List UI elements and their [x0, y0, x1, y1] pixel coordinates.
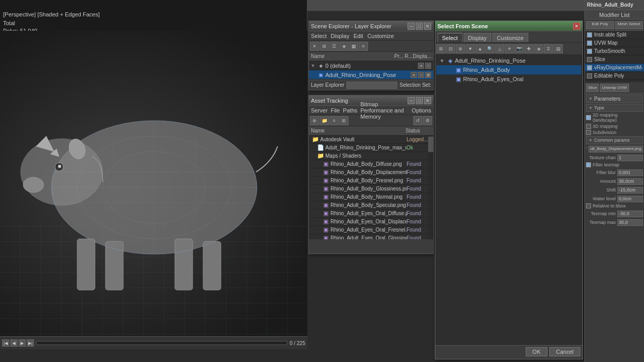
list-item[interactable]: ▣Rhino_Adult_Body_Diffuse.pngFound [309, 160, 433, 168]
list-item[interactable]: Editable Poly [585, 72, 644, 80]
at-menu-paths[interactable]: Paths [343, 107, 357, 113]
se-tool-5[interactable]: ▦ [349, 42, 358, 51]
filter-texmap-cb[interactable] [586, 162, 591, 167]
rp-mesh-select-btn[interactable]: Mesh Select [615, 21, 643, 29]
list-item[interactable]: 📁Autodesk VaultLogged... [309, 136, 433, 144]
list-item[interactable]: vRayDisplacementMod [585, 64, 644, 72]
se-maximize-btn[interactable]: □ [416, 23, 423, 30]
at-menu-options[interactable]: Options [412, 107, 431, 113]
render-icon[interactable]: ▩ [425, 72, 431, 78]
list-item[interactable]: ▣Rhino_Adult_Eyes_Oral_Displacement.pngF… [309, 218, 433, 226]
sfs-ok-btn[interactable]: OK [526, 347, 547, 356]
se-menu-customize[interactable]: Customize [367, 33, 394, 39]
timeline-start-btn[interactable]: |◀ [2, 339, 9, 347]
modifier-checkbox[interactable] [587, 49, 592, 54]
at-maximize-btn[interactable]: □ [416, 97, 423, 104]
rp-unwrap-btn[interactable]: Unwrap UVW [600, 84, 629, 92]
list-item[interactable]: Slice [585, 55, 644, 64]
rp-params-title[interactable]: ▼ Parameters [586, 94, 643, 103]
list-item[interactable]: 📄Adult_Rhino_Drinking_Pose_max_vray.maxO… [309, 144, 433, 152]
texmap-max-value[interactable]: 30,0 [617, 219, 643, 226]
modifier-checkbox[interactable] [587, 41, 592, 46]
se-minimize-btn[interactable]: – [408, 23, 415, 30]
common-params-section[interactable]: ▼ Common params [586, 136, 643, 144]
water-level-value[interactable]: 0,0cm [617, 196, 643, 202]
list-item[interactable]: ▣Rhino_Adult_Body_Fresnel.pngFound [309, 177, 433, 185]
se-menu-select[interactable]: Select [311, 33, 327, 39]
modifier-checkbox[interactable] [587, 32, 592, 37]
texture-chan-value[interactable]: 1 [617, 155, 643, 161]
list-item[interactable]: ▣Rhino_Adult_Body_Specular.pngFound [309, 201, 433, 209]
at-minimize-btn[interactable]: – [408, 97, 415, 104]
type-section[interactable]: ▼ Type [586, 104, 643, 112]
list-item[interactable]: ▣Rhino_Adult_Body [436, 65, 581, 74]
at-tool-grid[interactable]: ⊞ [339, 116, 348, 125]
at-tool-add[interactable]: ⊕ [310, 116, 319, 125]
list-item[interactable]: ▣Rhino_Adult_Eyes_Oral [436, 74, 581, 84]
timeline-play-btn[interactable]: ▶ [19, 339, 26, 347]
list-item[interactable]: ▣Rhino_Adult_Eyes_Oral_Diffuse.pngFound [309, 209, 433, 218]
at-menu-file[interactable]: File [330, 107, 340, 113]
list-item[interactable]: ▣Rhino_Adult_Body_Displacement.pngFound [309, 168, 433, 177]
list-item[interactable]: ▼◈Adult_Rhino_Drinking_Pose [436, 56, 581, 65]
at-tool-folder[interactable]: 📁 [320, 116, 329, 125]
timeline-track[interactable] [36, 341, 287, 345]
list-item[interactable]: ▣Rhino_Adult_Body_Normal.pngFound [309, 193, 433, 201]
at-tool-refresh[interactable]: ↺ [413, 116, 422, 125]
list-item[interactable]: ▣Rhino_Adult_Eyes_Oral_Glossiness.pngFou… [309, 234, 433, 239]
sfs-tool-geo[interactable]: △ [495, 44, 504, 53]
timeline-next-btn[interactable]: ▶| [27, 339, 34, 347]
at-close-btn[interactable]: ✕ [424, 97, 431, 104]
modifier-checkbox[interactable] [587, 57, 592, 62]
sfs-tool-light[interactable]: ☀ [505, 44, 514, 53]
se-tool-3[interactable]: ☰ [329, 42, 339, 51]
sfs-tool-space[interactable]: ◈ [534, 44, 543, 53]
se-tool-1[interactable]: ✕ [310, 42, 319, 51]
texmap-value[interactable]: ult_Body_Displacement.png [588, 146, 643, 153]
tab-customize[interactable]: Customize [492, 33, 528, 42]
se-footer-combo[interactable] [346, 82, 397, 89]
filter-blur-value[interactable]: 0,001 [617, 169, 643, 176]
sfs-tool-helper[interactable]: ✚ [524, 44, 533, 53]
shift-value[interactable]: -15,0cm [617, 187, 643, 194]
sfs-tool-cam[interactable]: 📷 [514, 44, 524, 53]
sfs-tool-expand[interactable]: ▼ [466, 44, 475, 53]
modifier-checkbox[interactable] [587, 65, 592, 70]
at-tool-list[interactable]: ≡ [329, 116, 339, 125]
at-tool-settings[interactable]: ⚙ [423, 116, 432, 125]
sfs-tool-bone[interactable]: ☡ [544, 44, 553, 53]
type-3d-cb[interactable] [586, 124, 591, 129]
rp-edit-poly-btn[interactable]: Edit Poly [586, 21, 614, 29]
sfs-tool-invert[interactable]: ⊕ [456, 44, 465, 53]
list-item[interactable]: 📁Maps / Shaders [309, 152, 433, 160]
tab-select[interactable]: Select [437, 33, 463, 42]
list-item[interactable]: ▣Rhino_Adult_Body_Glossiness.pngFound [309, 185, 433, 193]
sfs-tool-select-all[interactable]: ⊞ [436, 44, 446, 53]
at-menu-bitmap[interactable]: Bitmap Performance and Memory [360, 101, 409, 120]
texmap-min-value[interactable]: -30,0 [617, 211, 643, 217]
list-item[interactable]: Instr.able Split [585, 31, 644, 39]
se-tool-4[interactable]: ◈ [339, 42, 348, 51]
sfs-close-btn[interactable]: ✕ [573, 23, 580, 30]
tab-display[interactable]: Display [464, 33, 491, 42]
se-tool-2[interactable]: ⊞ [320, 42, 329, 51]
se-tool-6[interactable]: ≡ [359, 42, 368, 51]
timeline-prev-btn[interactable]: ◀ [10, 339, 17, 347]
se-close-btn[interactable]: ✕ [424, 23, 431, 30]
modifier-checkbox[interactable] [587, 73, 592, 79]
rp-slice-btn[interactable]: Slice [586, 84, 599, 92]
list-item[interactable]: UVW Map [585, 39, 644, 47]
at-scrollbar[interactable] [428, 136, 433, 239]
freeze-icon2[interactable]: ◇ [418, 72, 424, 78]
type-subdiv-cb[interactable] [586, 130, 591, 135]
list-item[interactable]: ▼ ◈ 0 (default) ● ◇ [309, 61, 433, 70]
amount-value[interactable]: 30,0cm [617, 178, 643, 185]
list-item[interactable]: ▣ Adult_Rhino_Drinking_Pose ● ◇ ▩ [309, 70, 433, 80]
sfs-cancel-btn[interactable]: Cancel [549, 347, 580, 356]
sfs-tool-collapse[interactable]: ▲ [475, 44, 485, 53]
vis-icon[interactable]: ● [418, 63, 424, 69]
se-menu-display[interactable]: Display [331, 33, 349, 39]
relative-bbox-cb[interactable] [586, 203, 591, 208]
sfs-tool-zoom[interactable]: 🔍 [485, 44, 494, 53]
vis-icon2[interactable]: ● [411, 72, 417, 78]
